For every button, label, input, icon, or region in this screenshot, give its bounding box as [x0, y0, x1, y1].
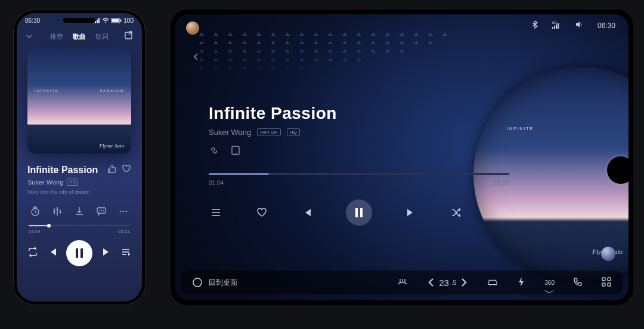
svg-rect-18: [234, 153, 237, 153]
download-icon[interactable]: [74, 206, 85, 217]
status-time: 06:30: [597, 21, 615, 30]
phone-action-row: [17, 195, 142, 217]
shuffle-icon[interactable]: [449, 205, 463, 220]
progress-bar[interactable]: [29, 225, 130, 226]
decorative-dot-grid: [199, 32, 447, 69]
svg-rect-23: [608, 283, 611, 286]
car-tablet-screen: 5G 06:30 INFINITE Flyme Auto Infinite Pa…: [175, 14, 628, 300]
svg-point-7: [57, 209, 58, 211]
share-icon[interactable]: [124, 31, 134, 42]
user-avatar[interactable]: [186, 21, 199, 35]
disc-center: [607, 156, 628, 184]
battery-icon: [111, 18, 122, 23]
previous-icon[interactable]: [47, 247, 58, 260]
chevron-right-icon[interactable]: [459, 277, 469, 288]
car-progress: 01:04 05:21: [209, 173, 509, 186]
playlist-icon[interactable]: [120, 247, 131, 260]
pause-icon: [76, 248, 83, 258]
cast-device-icon[interactable]: [230, 145, 241, 156]
svg-rect-2: [112, 19, 119, 23]
comment-icon[interactable]: [96, 206, 107, 217]
link-icon[interactable]: [209, 145, 219, 156]
now-playing-info: Infinite Passion Suker Wong HIFI ON HQ: [209, 104, 456, 156]
progress-thumb[interactable]: [47, 224, 51, 227]
car-tablet-device: 5G 06:30 INFINITE Flyme Auto Infinite Pa…: [171, 10, 633, 305]
progress-bar[interactable]: [209, 173, 509, 175]
heart-icon[interactable]: [122, 164, 131, 176]
time-total: 05:21: [118, 229, 130, 234]
svg-point-13: [120, 211, 122, 213]
svg-rect-3: [120, 20, 122, 22]
home-label: 回到桌面: [209, 278, 237, 288]
svg-point-19: [193, 278, 202, 287]
charge-icon[interactable]: [516, 276, 527, 289]
track-artist[interactable]: Suker Wong: [27, 179, 63, 186]
chevron-left-icon[interactable]: [426, 277, 436, 288]
timer-icon[interactable]: [30, 206, 41, 217]
heart-icon[interactable]: [255, 205, 269, 220]
tab-recommend[interactable]: 推荐: [50, 32, 63, 41]
signal-5g-icon: 5G: [552, 20, 562, 30]
tab-lyrics[interactable]: 歌词: [95, 32, 109, 41]
phone-track-info: Infinite Passion Suker Wong HQ Step into…: [17, 153, 142, 195]
time-elapsed: 01:04: [29, 229, 41, 234]
album-word-left: INFINITE: [35, 89, 59, 93]
phone-device: 06:30 100 推荐 歌曲 歌词 INFINITE PASSION Flym…: [13, 10, 145, 305]
globe-icon[interactable]: [601, 247, 615, 261]
circle-icon: [192, 277, 203, 288]
time-elapsed: 01:04: [209, 180, 224, 186]
car-icon[interactable]: [487, 276, 498, 289]
phone-tabs: 推荐 歌曲 歌词: [17, 26, 142, 45]
camera-360-icon[interactable]: 360: [544, 279, 555, 286]
svg-point-8: [60, 212, 61, 214]
pause-icon: [355, 208, 363, 217]
car-status-bar: 5G 06:30: [531, 20, 615, 30]
phone-icon[interactable]: [572, 276, 583, 289]
collapse-icon[interactable]: [25, 32, 33, 42]
equalizer-icon[interactable]: [52, 206, 63, 217]
play-pause-button[interactable]: [66, 240, 92, 266]
phone-screen: 06:30 100 推荐 歌曲 歌词 INFINITE PASSION Flym…: [17, 13, 142, 302]
car-dock: 回到桌面 23.5 360: [181, 270, 623, 294]
back-icon[interactable]: [193, 53, 199, 63]
temperature-control[interactable]: 23.5: [426, 277, 469, 288]
previous-icon[interactable]: [300, 205, 314, 220]
svg-point-0: [105, 22, 106, 23]
queue-icon[interactable]: [209, 205, 223, 220]
play-pause-button[interactable]: [346, 199, 372, 226]
phone-notch: [63, 18, 95, 23]
svg-point-14: [123, 211, 125, 213]
wifi-icon: [102, 18, 109, 23]
svg-rect-22: [602, 283, 605, 286]
svg-point-6: [54, 211, 55, 213]
home-button[interactable]: 回到桌面: [192, 277, 237, 288]
repeat-icon[interactable]: [27, 247, 38, 260]
apps-icon[interactable]: [601, 276, 612, 289]
next-icon[interactable]: [101, 247, 112, 260]
lyric-line: Step into the city of dream: [27, 189, 131, 195]
svg-point-12: [103, 210, 104, 211]
track-title: Infinite Passion: [209, 104, 456, 123]
thumbs-up-icon[interactable]: [107, 164, 117, 176]
tab-song[interactable]: 歌曲: [73, 32, 86, 41]
car-playback-controls: 词: [209, 199, 509, 226]
volume-icon[interactable]: [575, 20, 584, 30]
lyrics-button[interactable]: 词: [495, 205, 509, 220]
more-icon[interactable]: [118, 206, 129, 217]
album-art[interactable]: INFINITE PASSION Flyme Auto: [27, 48, 131, 153]
track-artist[interactable]: Suker Wong: [209, 128, 251, 137]
svg-text:5G: 5G: [552, 21, 557, 24]
svg-rect-4: [125, 32, 132, 39]
svg-point-15: [126, 211, 128, 213]
quality-badge: HQ: [67, 179, 78, 186]
temp-decimal: .5: [451, 279, 456, 286]
defrost-icon[interactable]: [397, 276, 408, 289]
svg-rect-20: [602, 278, 605, 281]
time-total: 05:21: [494, 180, 509, 186]
next-icon[interactable]: [404, 205, 418, 220]
hq-badge: HQ: [287, 128, 300, 136]
album-brand: Flyme Auto: [99, 143, 124, 149]
bluetooth-icon[interactable]: [531, 20, 539, 30]
album-word-right: PASSION: [100, 89, 124, 93]
svg-rect-21: [608, 278, 611, 281]
